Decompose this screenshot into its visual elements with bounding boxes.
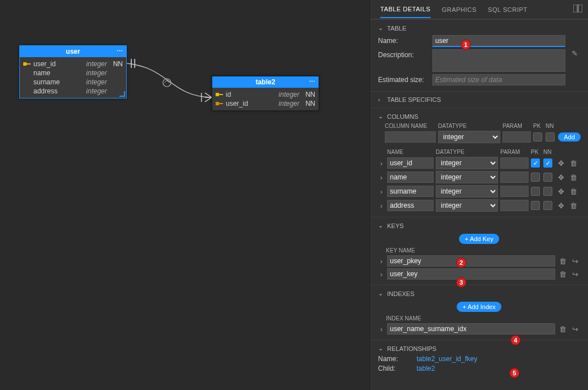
link-icon[interactable]: ↪ bbox=[570, 270, 580, 278]
col-datatype: integer bbox=[86, 69, 107, 77]
col-nn-checkbox[interactable] bbox=[543, 158, 552, 168]
add-index-button[interactable]: + Add Index bbox=[457, 302, 501, 312]
erd-col-name[interactable]: name integer bbox=[23, 68, 123, 78]
tab-sql-script[interactable]: SQL SCRIPT bbox=[488, 6, 527, 18]
hdr-datatype: DATATYPE bbox=[438, 123, 500, 129]
trash-icon[interactable]: 🗑 bbox=[568, 173, 578, 182]
trash-icon[interactable]: 🗑 bbox=[568, 159, 578, 168]
erd-col-surname[interactable]: surname integer bbox=[23, 78, 123, 87]
col-name-input[interactable] bbox=[387, 157, 434, 169]
col-pk-checkbox[interactable] bbox=[531, 201, 540, 210]
col-param-input[interactable] bbox=[500, 200, 529, 211]
rel-name-link[interactable]: table2_user_id_fkey bbox=[417, 355, 580, 363]
table-name-input[interactable] bbox=[432, 35, 565, 47]
link-icon[interactable]: ↪ bbox=[570, 257, 580, 265]
chevron-right-icon[interactable]: › bbox=[378, 325, 385, 333]
new-col-pk-checkbox[interactable] bbox=[533, 132, 542, 142]
key-name-input[interactable] bbox=[387, 255, 555, 267]
new-col-param-input[interactable] bbox=[503, 131, 531, 143]
section-indexes-header[interactable]: ⌄ INDEXES bbox=[378, 289, 580, 298]
new-col-name-input[interactable] bbox=[385, 131, 436, 143]
section-specifics-header[interactable]: › TABLE SPECIFICS bbox=[378, 95, 580, 104]
column-row: › integer ✥ 🗑 bbox=[378, 185, 580, 198]
erd-table-user[interactable]: user ⋯ user_id integer NN name integer s… bbox=[19, 45, 127, 98]
erd-table-table2[interactable]: table2 ⋯ id integer NN user_id integer N… bbox=[212, 76, 319, 111]
section-table-header[interactable]: ⌄ TABLE bbox=[378, 23, 580, 33]
new-col-nn-checkbox[interactable] bbox=[546, 132, 555, 142]
col-datatype-select[interactable]: integer bbox=[436, 185, 498, 198]
resize-handle-icon[interactable] bbox=[119, 91, 125, 97]
annotation-badge-2: 2 bbox=[456, 258, 466, 268]
col-name-input[interactable] bbox=[387, 172, 434, 183]
annotation-badge-4: 4 bbox=[510, 335, 521, 345]
section-columns-header[interactable]: ⌄ COLUMNS bbox=[378, 112, 580, 121]
move-icon[interactable]: ✥ bbox=[556, 159, 566, 168]
chevron-right-icon[interactable]: › bbox=[378, 159, 385, 168]
chevron-right-icon[interactable]: › bbox=[378, 257, 385, 265]
col-nn-checkbox[interactable] bbox=[543, 173, 552, 182]
add-column-button[interactable]: Add bbox=[558, 132, 581, 142]
col-param-input[interactable] bbox=[500, 186, 529, 197]
col-name: surname bbox=[33, 78, 84, 86]
key-name-input[interactable] bbox=[387, 268, 555, 280]
col-datatype-select[interactable]: integer bbox=[436, 157, 498, 169]
col-param-input[interactable] bbox=[500, 172, 529, 183]
column-row: › integer ✥ 🗑 bbox=[378, 157, 580, 169]
index-row: › 🗑 ↪ bbox=[378, 323, 580, 335]
col-pk-checkbox[interactable] bbox=[531, 158, 540, 168]
fk-icon bbox=[216, 100, 224, 107]
erd-table-table2-title: table2 bbox=[256, 78, 276, 86]
col-datatype-select[interactable]: integer bbox=[436, 171, 498, 183]
table-desc-input[interactable] bbox=[432, 49, 565, 72]
chevron-right-icon[interactable]: › bbox=[378, 173, 385, 182]
move-icon[interactable]: ✥ bbox=[556, 187, 566, 196]
section-relationships-header[interactable]: ⌄ RELATIONSHIPS bbox=[378, 344, 580, 353]
rel-child-link[interactable]: table2 bbox=[417, 365, 580, 372]
trash-icon[interactable]: 🗑 bbox=[557, 257, 568, 265]
erd-col-user_id[interactable]: user_id integer NN bbox=[216, 99, 315, 108]
erd-col-address[interactable]: address integer bbox=[23, 87, 123, 96]
col-name-input[interactable] bbox=[387, 186, 434, 197]
col-name-input[interactable] bbox=[387, 200, 434, 211]
move-icon[interactable]: ✥ bbox=[556, 173, 566, 182]
erd-table-user-title: user bbox=[66, 48, 80, 55]
col-pk-checkbox[interactable] bbox=[531, 173, 540, 182]
ellipsis-icon[interactable]: ⋯ bbox=[117, 48, 123, 55]
trash-icon[interactable]: 🗑 bbox=[568, 187, 578, 196]
link-icon[interactable]: ↪ bbox=[570, 325, 580, 333]
key-row: › 🗑 ↪ bbox=[378, 268, 580, 280]
col-datatype-select[interactable]: integer bbox=[436, 199, 498, 212]
tab-table-details[interactable]: TABLE DETAILS bbox=[380, 6, 431, 18]
erd-table-user-header[interactable]: user ⋯ bbox=[20, 46, 126, 57]
layout-columns-icon[interactable] bbox=[573, 5, 582, 19]
chevron-right-icon[interactable]: › bbox=[378, 270, 385, 278]
ellipsis-icon[interactable]: ⋯ bbox=[309, 78, 315, 85]
new-col-datatype-select[interactable]: integer bbox=[438, 131, 500, 143]
trash-icon[interactable]: 🗑 bbox=[568, 202, 578, 210]
chevron-right-icon[interactable]: › bbox=[378, 202, 385, 210]
hdr-nn: NN bbox=[543, 149, 553, 155]
diagram-canvas[interactable]: user ⋯ user_id integer NN name integer s… bbox=[0, 0, 370, 390]
details-panel: 1 2 3 4 5 TABLE DETAILS GRAPHICS SQL SCR… bbox=[370, 0, 588, 390]
col-nn-checkbox[interactable] bbox=[543, 187, 552, 196]
hdr-pk: PK bbox=[533, 123, 543, 129]
move-icon[interactable]: ✥ bbox=[556, 202, 566, 210]
index-name-input[interactable] bbox=[387, 323, 555, 335]
chevron-right-icon[interactable]: › bbox=[378, 187, 385, 196]
section-keys-header[interactable]: ⌄ KEYS bbox=[378, 221, 580, 230]
annotation-badge-3: 3 bbox=[456, 277, 466, 288]
erd-table-table2-header[interactable]: table2 ⋯ bbox=[212, 76, 319, 88]
trash-icon[interactable]: 🗑 bbox=[557, 325, 568, 333]
erd-col-id[interactable]: id integer NN bbox=[216, 90, 315, 99]
trash-icon[interactable]: 🗑 bbox=[557, 270, 568, 278]
pk-icon bbox=[216, 91, 224, 98]
col-nn-checkbox[interactable] bbox=[543, 201, 552, 210]
tab-graphics[interactable]: GRAPHICS bbox=[442, 6, 477, 18]
erd-col-user_id[interactable]: user_id integer NN bbox=[23, 59, 123, 68]
table-estsize-input[interactable] bbox=[432, 74, 565, 85]
col-name: address bbox=[33, 87, 84, 95]
edit-icon[interactable]: ✎ bbox=[569, 49, 580, 58]
add-key-button[interactable]: + Add Key bbox=[459, 234, 499, 244]
col-param-input[interactable] bbox=[500, 157, 529, 169]
col-pk-checkbox[interactable] bbox=[531, 187, 540, 196]
